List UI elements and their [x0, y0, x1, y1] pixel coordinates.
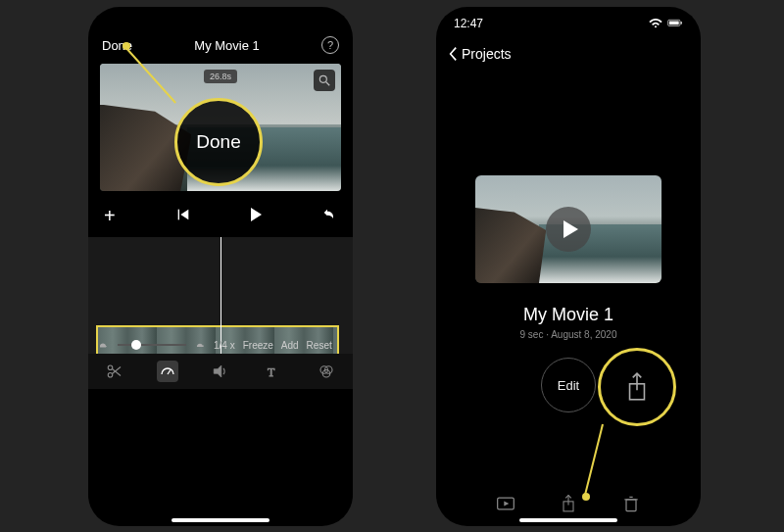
play-rect-icon[interactable]: [495, 493, 516, 514]
freeze-button[interactable]: Freeze: [243, 340, 273, 351]
done-callout-label: Done: [196, 131, 240, 153]
svg-rect-16: [669, 22, 679, 25]
edit-button[interactable]: Edit: [541, 358, 596, 412]
svg-line-8: [168, 370, 171, 375]
wifi-icon: [648, 18, 663, 29]
project-thumbnail[interactable]: [475, 175, 662, 283]
svg-point-4: [108, 365, 113, 370]
help-icon[interactable]: ?: [321, 36, 339, 54]
share-callout-icon: [624, 371, 650, 403]
bottom-bar: [436, 493, 701, 514]
scissors-icon[interactable]: [104, 361, 125, 382]
home-indicator[interactable]: [172, 518, 270, 522]
share-callout: [598, 348, 676, 426]
editor-screen: Done My Movie 1 ? 26.8s + 1/4 x Freez: [88, 7, 353, 526]
home-indicator[interactable]: [519, 518, 617, 522]
timeline[interactable]: 1/4 x Freeze Add Reset T: [88, 237, 353, 389]
status-bar: 12:47: [436, 7, 701, 30]
trash-icon[interactable]: [620, 493, 642, 514]
speed-slider[interactable]: [118, 338, 186, 352]
svg-marker-3: [180, 209, 188, 219]
project-screen: 12:47 Projects My Movie 1 9 sec · August…: [436, 7, 701, 526]
svg-line-1: [326, 82, 330, 86]
callout-dot: [582, 493, 590, 501]
project-title: My Movie 1: [194, 38, 259, 53]
rabbit-icon: [194, 339, 206, 351]
play-overlay-icon[interactable]: [546, 207, 591, 252]
svg-marker-19: [504, 502, 509, 507]
transport-bar: +: [88, 191, 353, 235]
svg-point-14: [655, 25, 657, 27]
add-button[interactable]: Add: [281, 340, 299, 351]
share-icon[interactable]: [558, 493, 579, 514]
svg-marker-9: [214, 365, 221, 377]
play-button[interactable]: [251, 208, 262, 225]
reset-button[interactable]: Reset: [307, 340, 332, 351]
chevron-left-icon: [448, 46, 458, 62]
speed-rate: 1/4 x: [214, 340, 235, 351]
undo-icon[interactable]: [321, 207, 337, 226]
project-meta: 9 sec · August 8, 2020: [475, 329, 662, 340]
svg-text:T: T: [268, 365, 275, 379]
speed-controls: 1/4 x Freeze Add Reset: [88, 338, 353, 352]
turtle-icon: [98, 339, 110, 351]
svg-point-0: [319, 75, 326, 82]
battery-icon: [667, 18, 683, 29]
tool-bar: T: [88, 354, 353, 389]
zoom-icon[interactable]: [314, 70, 335, 91]
svg-rect-22: [626, 500, 636, 511]
add-media-icon[interactable]: +: [104, 205, 116, 227]
volume-icon[interactable]: [210, 361, 231, 382]
status-time: 12:47: [454, 17, 483, 30]
back-button[interactable]: Projects: [436, 30, 701, 68]
filters-icon[interactable]: [316, 361, 337, 382]
svg-rect-17: [681, 22, 682, 24]
svg-point-5: [108, 373, 113, 378]
project-title-text[interactable]: My Movie 1: [475, 305, 662, 325]
duration-chip: 26.8s: [204, 70, 237, 83]
speedometer-icon[interactable]: [157, 361, 178, 382]
back-label: Projects: [462, 46, 512, 62]
skip-start-icon[interactable]: [175, 207, 191, 226]
svg-rect-2: [177, 209, 178, 219]
done-callout: Done: [174, 98, 263, 186]
text-icon[interactable]: T: [263, 361, 284, 382]
